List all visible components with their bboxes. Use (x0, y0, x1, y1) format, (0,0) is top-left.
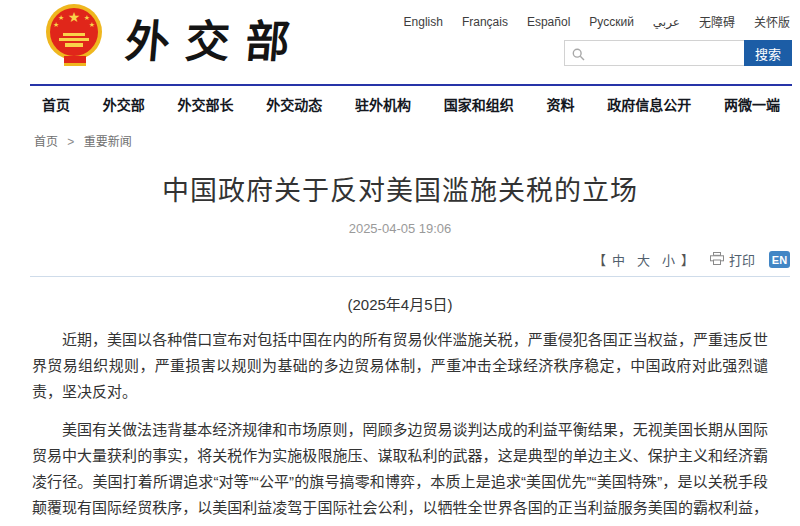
emblem-small-star-icon: ★ (53, 21, 59, 28)
emblem-big-star-icon: ★ (68, 10, 81, 24)
lang-russian[interactable]: Русский (589, 15, 634, 29)
article-paragraph: 美国有关做法违背基本经济规律和市场原则，罔顾多边贸易谈判达成的利益平衡结果，无视… (32, 417, 768, 526)
article-dateline: (2025年4月5日) (32, 293, 768, 314)
article-body: (2025年4月5日) 近期，美国以各种借口宣布对包括中国在内的所有贸易伙伴滥施… (32, 293, 768, 526)
breadcrumb-separator: > (67, 135, 74, 149)
nav-item-diplomatic-activities[interactable]: 外交动态 (266, 94, 322, 114)
ministry-calligraphy-logo[interactable]: 外交部 (123, 6, 309, 70)
page-title: 中国政府关于反对美国滥施关税的立场 (0, 169, 800, 208)
nav-item-minister[interactable]: 外交部长 (178, 94, 234, 114)
emblem-small-star-icon: ★ (58, 14, 64, 21)
bracket-close: 】 (681, 250, 694, 269)
nav-item-ministry[interactable]: 外交部 (103, 94, 145, 114)
breadcrumb-home[interactable]: 首页 (34, 135, 58, 149)
national-emblem-icon[interactable]: ★ ★ ★ ★ ★ (46, 4, 104, 68)
emblem-gate-icon (65, 43, 83, 47)
nav-item-overseas-missions[interactable]: 驻外机构 (355, 94, 411, 114)
print-label: 打印 (729, 250, 755, 269)
language-switcher: English Français Español Русский عربي 无障… (404, 13, 790, 30)
lang-francais[interactable]: Français (462, 15, 508, 29)
publish-datetime: 2025-04-05 19:06 (0, 221, 800, 236)
en-version-button[interactable]: EN (769, 251, 790, 268)
emblem-gate-icon (59, 38, 89, 41)
nav-item-countries-organizations[interactable]: 国家和组织 (444, 94, 514, 114)
breadcrumb: 首页 > 重要新闻 (34, 132, 800, 149)
search-button[interactable]: 搜索 (744, 40, 792, 66)
search-bar: 搜索 (564, 40, 792, 66)
main-nav: 首页 外交部 外交部长 外交动态 驻外机构 国家和组织 资料 政府信息公开 两微… (30, 84, 792, 123)
nav-item-home[interactable]: 首页 (42, 94, 70, 114)
lang-arabic[interactable]: عربي (653, 15, 680, 29)
emblem-red-field: ★ ★ ★ ★ ★ (50, 8, 98, 56)
emblem-ribbon (64, 56, 86, 66)
printer-icon (710, 252, 724, 268)
lang-care-version[interactable]: 关怀版 (754, 13, 790, 30)
font-size-medium-button[interactable]: 中 (606, 250, 631, 269)
font-size-small-button[interactable]: 小 (656, 250, 681, 269)
emblem-small-star-icon: ★ (89, 21, 95, 28)
search-icon (572, 47, 585, 65)
nav-item-social-media[interactable]: 两微一端 (724, 94, 780, 114)
lang-espanol[interactable]: Español (527, 15, 570, 29)
nav-item-gov-info-disclosure[interactable]: 政府信息公开 (607, 94, 691, 114)
emblem-gate-icon (63, 33, 85, 36)
lang-english[interactable]: English (404, 15, 443, 29)
bracket-open: 【 (593, 250, 606, 269)
breadcrumb-current[interactable]: 重要新闻 (84, 135, 132, 149)
article-toolbar: 【 中 大 小 】 打印 EN (30, 250, 790, 277)
search-input[interactable] (564, 40, 744, 66)
site-header: ★ ★ ★ ★ ★ 外交部 English Français Español Р… (0, 0, 800, 84)
print-button[interactable]: 打印 (710, 250, 755, 269)
font-size-large-button[interactable]: 大 (631, 250, 656, 269)
emblem-gold-ring: ★ ★ ★ ★ ★ (46, 4, 102, 60)
emblem-small-star-icon: ★ (84, 14, 90, 21)
nav-item-resources[interactable]: 资料 (547, 94, 575, 114)
lang-accessibility[interactable]: 无障碍 (699, 13, 735, 30)
article-paragraph: 近期，美国以各种借口宣布对包括中国在内的所有贸易伙伴滥施关税，严重侵犯各国正当权… (32, 327, 768, 405)
